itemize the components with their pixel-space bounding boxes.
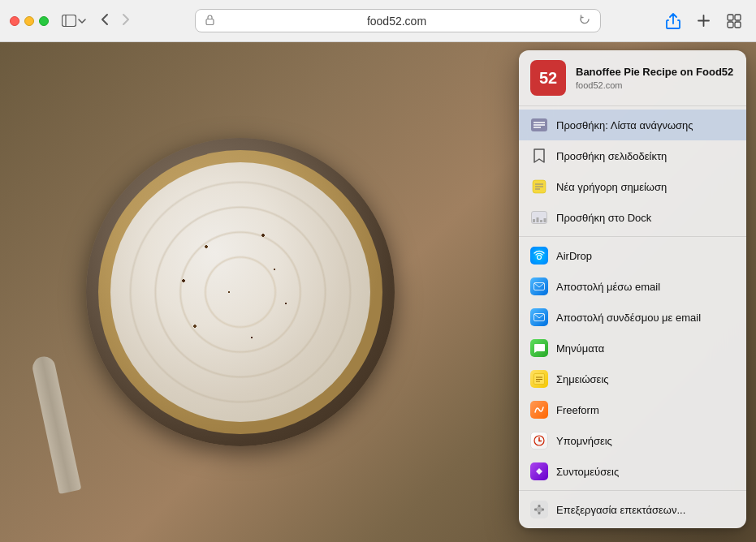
svg-rect-18 [540,220,542,222]
add-dock-svg [531,211,547,224]
svg-rect-19 [544,218,546,222]
svg-rect-32 [537,507,542,512]
menu-items-list: Προσθήκη: Λίστα ανάγνωσης Προσθήκη σελιδ… [519,106,746,528]
mail-send-icon [530,277,548,295]
notes-icon [530,370,548,388]
airdrop-icon [530,247,548,265]
messages-icon [530,339,548,357]
reload-icon[interactable] [579,14,590,28]
svg-rect-3 [728,15,733,20]
menu-item-freeform[interactable]: Freeform [519,394,746,425]
close-button[interactable] [10,16,19,26]
traffic-lights [10,16,49,26]
mail-link-icon [530,308,548,326]
minimize-button[interactable] [24,16,34,26]
menu-item-mail-send[interactable]: Αποστολή μέσω email [519,271,746,302]
menu-item-reading-list[interactable]: Προσθήκη: Λίστα ανάγνωσης [519,110,746,140]
menu-item-quick-note[interactable]: Νέα γρήγορη σημείωση [519,171,746,202]
menu-item-label: Συντομεύσεις [556,466,619,478]
menu-divider-1 [519,236,746,237]
back-arrow-icon [101,13,109,26]
forward-arrow-icon [122,13,130,26]
mail-send-svg [534,282,545,290]
content-area: 52 Banoffee Pie Recipe on Food52 food52.… [0,42,756,542]
menu-item-label: Αποστολή συνδέσμου με email [556,312,701,324]
reminders-icon [530,432,548,450]
svg-rect-4 [735,15,741,20]
shortcuts-svg [534,466,545,477]
sidebar-toggle[interactable] [62,15,86,27]
menu-item-label: Προσθήκη: Λίστα ανάγνωσης [556,119,693,131]
menu-item-label: Freeform [556,404,599,416]
freeform-icon [530,401,548,419]
menu-item-mail-link[interactable]: Αποστολή συνδέσμου με email [519,302,746,333]
tab-overview-icon [727,14,741,28]
menu-item-label: Υπομνήσεις [556,435,612,447]
svg-rect-6 [735,22,741,28]
bookmark-icon [530,147,548,165]
svg-rect-5 [728,22,733,28]
share-menu: 52 Banoffee Pie Recipe on Food52 food52.… [519,50,746,528]
menu-item-notes[interactable]: Σημειώσεις [519,363,746,394]
site-info: Banoffee Pie Recipe on Food52 food52.com [576,66,735,91]
svg-rect-17 [537,217,539,222]
menu-item-extensions[interactable]: Επεξεργασία επεκτάσεων... [519,494,746,525]
bookmark-svg [533,148,546,164]
extensions-label: Επεξεργασία επεκτάσεων... [556,504,685,516]
chevron-down-icon [78,19,86,24]
menu-divider-2 [519,490,746,491]
reminders-svg [534,435,545,446]
site-favicon: 52 [530,60,566,96]
lock-icon [205,15,214,28]
menu-item-reminders[interactable]: Υπομνήσεις [519,425,746,456]
pie-chocolate-sprinkles [127,179,354,406]
share-button[interactable] [661,10,685,32]
share-icon [666,13,680,29]
menu-item-label: Προσθήκη στο Dock [556,212,651,224]
menu-item-label: Αποστολή μέσω email [556,281,660,293]
extensions-svg [534,504,545,515]
menu-item-label: Σημειώσεις [556,373,609,385]
toolbar-right [661,10,746,32]
tab-overview-button[interactable] [722,11,746,32]
pie-image [16,58,464,526]
pie-plate [86,138,395,446]
menu-item-bookmark[interactable]: Προσθήκη σελιδοδείκτη [519,140,746,171]
menu-item-label: AirDrop [556,250,592,262]
address-bar-container: food52.com [141,9,654,32]
menu-item-label: Μηνύματα [556,342,604,355]
menu-item-airdrop[interactable]: AirDrop [519,240,746,271]
plus-icon [697,14,711,28]
svg-rect-16 [533,219,535,222]
menu-item-shortcuts[interactable]: Συντομεύσεις [519,456,746,487]
svg-rect-2 [206,19,214,24]
menu-item-messages[interactable]: Μηνύματα [519,333,746,363]
menu-item-add-dock[interactable]: Προσθήκη στο Dock [519,202,746,233]
page-title: Banoffee Pie Recipe on Food52 [576,66,735,80]
airdrop-svg [534,250,545,261]
reading-list-icon [530,116,548,134]
notes-svg [534,373,545,385]
menu-item-label: Προσθήκη σελιδοδείκτη [556,150,667,162]
add-dock-icon [530,209,548,226]
page-url: food52.com [576,80,735,90]
url-display: food52.com [219,15,574,28]
maximize-button[interactable] [39,16,49,26]
sidebar-icon [62,15,76,27]
browser-toolbar: food52.com [0,0,756,42]
freeform-svg [534,404,545,415]
quick-note-icon [530,178,548,196]
forward-button[interactable] [117,10,135,32]
lock-svg [205,15,214,25]
reload-svg [579,14,590,25]
svg-point-20 [538,256,542,260]
quick-note-svg [532,179,546,194]
address-bar[interactable]: food52.com [195,9,601,32]
back-button[interactable] [96,10,114,32]
new-tab-button[interactable] [692,11,715,31]
share-menu-header: 52 Banoffee Pie Recipe on Food52 food52.… [519,50,746,106]
reading-list-svg [531,118,547,131]
extensions-icon [530,501,548,518]
svg-rect-0 [63,15,76,27]
menu-item-label: Νέα γρήγορη σημείωση [556,181,667,193]
